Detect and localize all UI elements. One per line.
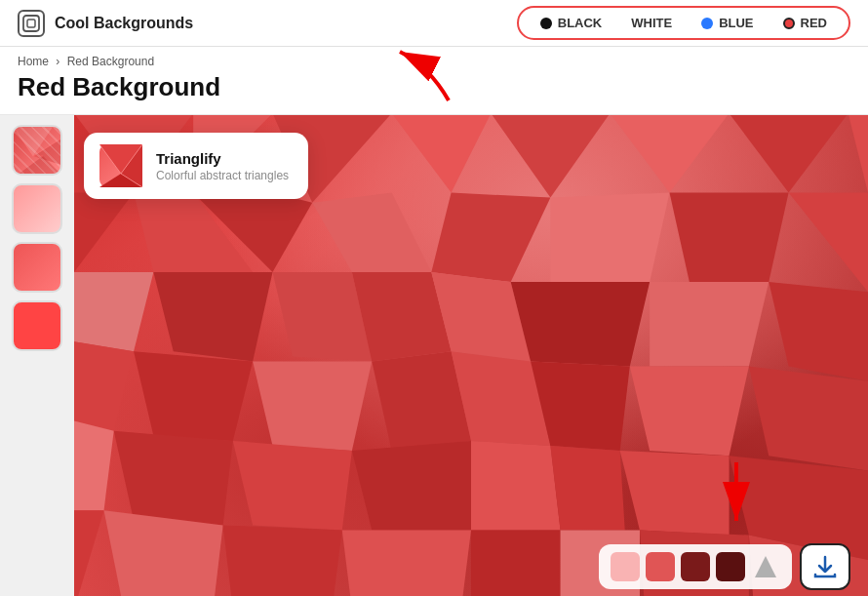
svg-marker-44 [352,441,471,531]
header: Cool Backgrounds BLACK WHITE BLUE RED [0,0,868,47]
breadcrumb: Home › Red Background [18,55,850,68]
logo-icon [18,10,45,37]
svg-line-6 [14,127,33,156]
tooltip-subtitle: Colorful abstract triangles [156,169,289,182]
tab-blue[interactable]: BLUE [690,12,765,34]
logo-area: Cool Backgrounds [18,10,193,37]
tab-blue-label: BLUE [719,16,753,30]
svg-marker-15 [730,115,848,193]
swatch-mid-red[interactable] [646,552,675,581]
svg-marker-16 [848,115,868,193]
svg-marker-50 [104,510,223,596]
sidebar-thumbs [0,115,74,596]
svg-marker-39 [630,367,749,457]
bottom-controls [599,543,850,590]
breadcrumb-sep: › [56,55,59,68]
svg-marker-22 [550,193,669,283]
svg-marker-26 [153,272,272,362]
tab-red-label: RED [801,16,827,30]
svg-marker-47 [620,451,730,535]
svg-marker-41 [74,421,114,511]
svg-marker-63 [755,556,776,577]
thumb-gradient[interactable] [12,183,62,234]
svg-marker-31 [650,282,769,366]
svg-marker-25 [74,272,153,351]
svg-marker-33 [74,341,134,431]
page-title: Red Background [18,72,850,102]
svg-marker-20 [312,193,431,272]
svg-marker-52 [342,530,471,596]
swatch-triangle[interactable] [751,552,780,581]
dot-red-icon [783,18,795,29]
svg-marker-32 [769,282,868,381]
download-button[interactable] [800,543,850,590]
svg-marker-43 [233,441,352,531]
dot-blue-icon [701,18,713,29]
swatch-light-pink[interactable] [611,552,640,581]
tooltip-card: Trianglify Colorful abstract triangles [84,133,308,199]
breadcrumb-home[interactable]: Home [18,55,49,68]
tab-white-label: WHITE [631,16,672,30]
svg-marker-4 [33,137,62,166]
page-header: Home › Red Background Red Background [0,47,868,115]
svg-marker-24 [789,193,868,293]
svg-marker-42 [114,431,233,526]
nav-tabs: BLACK WHITE BLUE RED [517,6,850,40]
swatch-darker-red[interactable] [716,552,745,581]
svg-marker-3 [14,127,53,156]
app-title: Cool Backgrounds [55,15,193,32]
tab-black-label: BLACK [558,16,603,30]
svg-marker-34 [134,351,253,441]
color-palette [599,544,792,589]
tooltip-thumb [99,144,142,187]
svg-marker-51 [223,525,342,596]
svg-line-7 [33,137,62,156]
svg-marker-49 [74,510,104,596]
tooltip-text: Trianglify Colorful abstract triangles [156,150,289,182]
svg-marker-30 [511,282,650,366]
svg-marker-53 [471,530,561,596]
main-content: Trianglify Colorful abstract triangles [0,115,868,596]
thumb-trianglify[interactable] [12,125,62,176]
swatch-dark-red[interactable] [681,552,710,581]
thumb-solid-2[interactable] [12,300,62,351]
svg-marker-14 [610,115,729,193]
thumb-solid-1[interactable] [12,242,62,293]
svg-marker-35 [253,362,372,452]
svg-rect-1 [27,20,35,27]
preview-area: Trianglify Colorful abstract triangles [74,115,868,596]
svg-marker-12 [392,115,492,193]
breadcrumb-current: Red Background [67,55,154,68]
dot-black-icon [540,18,552,29]
svg-marker-21 [431,193,550,283]
svg-marker-46 [550,446,624,530]
svg-marker-17 [74,193,134,272]
svg-marker-13 [491,115,610,198]
tab-white[interactable]: WHITE [619,12,684,34]
svg-marker-40 [749,367,868,471]
svg-rect-0 [23,16,39,31]
tooltip-title: Trianglify [156,150,289,167]
svg-marker-45 [471,441,561,531]
svg-marker-23 [670,193,789,283]
tab-black[interactable]: BLACK [529,12,614,34]
tab-red[interactable]: RED [771,12,839,34]
svg-marker-5 [14,156,62,176]
